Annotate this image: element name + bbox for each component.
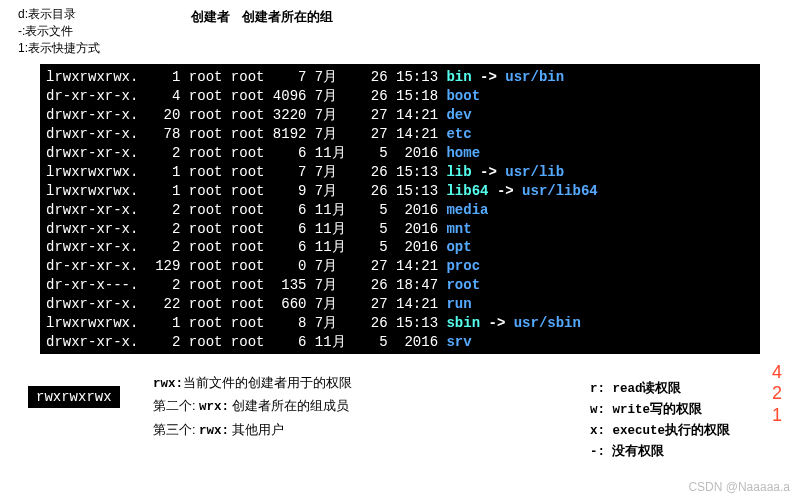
bottom-explainer: rwxrwxrwx rwx:当前文件的创建者用于的权限 第二个: wrx: 创建… (0, 372, 800, 443)
header-group: 创建者所在的组 (242, 8, 333, 26)
legend-d: d:表示目录 (18, 6, 188, 23)
header-creator: 创建者 (191, 8, 230, 26)
top-legend: d:表示目录 -:表示文件 1:表示快捷方式 创建者 创建者所在的组 (0, 0, 800, 56)
watermark: CSDN @Naaaaa.a (688, 480, 790, 494)
red-annotations: 4 2 1 (772, 362, 782, 427)
perm-desc: rwx:当前文件的创建者用于的权限 第二个: wrx: 创建者所在的组成员 第三… (153, 372, 352, 443)
legend-one: 1:表示快捷方式 (18, 40, 188, 57)
rwx-legend: r: read读权限 w: write写的权限 x: execute执行的权限 … (590, 378, 730, 462)
perm-example-pill: rwxrwxrwx (28, 386, 120, 408)
legend-dash: -:表示文件 (18, 23, 188, 40)
terminal-output: lrwxrwxrwx. 1 root root 7 7月 26 15:13 bi… (40, 64, 760, 353)
